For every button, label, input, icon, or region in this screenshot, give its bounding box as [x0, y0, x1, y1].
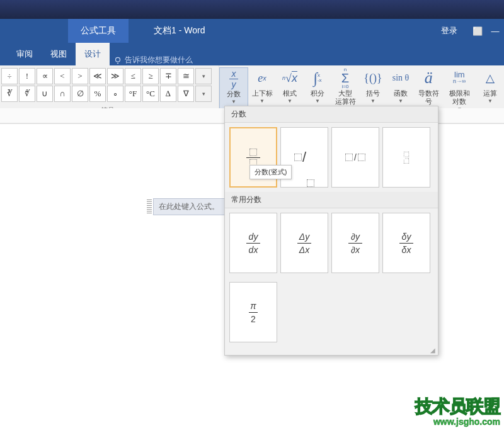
word-title-bar: 公式工具 文档1 - Word 登录 ⬜ — [0, 19, 504, 43]
watermark: 技术员联盟 www.jsgho.com [415, 395, 500, 427]
sym-cong[interactable]: ≅ [178, 68, 194, 84]
ribbon-tabs: 审阅 视图 设计 告诉我你想要做什么 [0, 43, 504, 65]
fraction-small[interactable] [382, 127, 430, 188]
limit-label: 极限和对数 [446, 89, 473, 106]
tab-view[interactable]: 视图 [42, 43, 76, 65]
accent-label: 导数符号 [418, 89, 440, 106]
fraction-tooltip: 分数(竖式) [249, 165, 292, 179]
tab-design[interactable]: 设计 [76, 43, 110, 65]
tell-me-search[interactable]: 告诉我你想要做什么 [113, 55, 193, 65]
watermark-logo: 技术员联盟 [415, 395, 500, 419]
sym-degf[interactable]: °F [125, 86, 141, 102]
sym-4rt[interactable]: ∜ [19, 86, 35, 102]
equation-container[interactable]: 在此处键入公式。 ▼ [147, 198, 234, 215]
integral-label: 积分 [311, 89, 324, 98]
chevron-down-icon: ▼ [260, 98, 265, 104]
script-icon: ex [251, 67, 273, 89]
sym-inter[interactable]: ∩ [54, 86, 71, 102]
fraction-Dy-Dx[interactable]: ΔyΔx [280, 213, 328, 273]
radical-icon: n√x [279, 67, 301, 89]
fraction-dropdown: 分数 / / 常用分数 dydx ΔyΔx ∂y∂x δyδx π2 ◢ [224, 106, 438, 356]
sym-union[interactable]: ∪ [37, 86, 53, 102]
fraction-dy-dx[interactable]: dydx [229, 213, 277, 273]
sym-mgt[interactable]: ≫ [107, 68, 123, 84]
sym-le[interactable]: ≤ [125, 68, 141, 84]
sym-gt[interactable]: > [72, 68, 88, 84]
fraction-section-header: 分数 [225, 106, 438, 123]
sym-nabla[interactable]: ∇ [178, 86, 194, 102]
function-icon: sin θ [390, 67, 411, 89]
chevron-down-icon: ▼ [398, 98, 403, 104]
fraction-linear[interactable]: / [331, 127, 379, 188]
fraction-pi-2[interactable]: π2 [229, 282, 277, 342]
bracket-label: 括号 [366, 89, 380, 98]
fraction-delta[interactable]: δyδx [382, 213, 430, 273]
sym-ge[interactable]: ≥ [142, 68, 159, 84]
sym-delta[interactable]: ∆ [160, 86, 176, 102]
common-fraction-header: 常用分数 [225, 192, 438, 208]
sym-ring[interactable]: ∘ [107, 86, 123, 102]
svg-point-0 [116, 57, 120, 62]
os-titlebar [0, 0, 504, 19]
window-dash-icon[interactable]: — [486, 26, 504, 36]
lightbulb-icon [113, 56, 122, 65]
sym-mlt[interactable]: ≪ [89, 68, 106, 84]
radical-label: 根式 [283, 89, 297, 98]
fraction-icon: xy [223, 68, 244, 89]
sym-div[interactable]: ÷ [1, 68, 18, 84]
sym-lt[interactable]: < [54, 68, 71, 84]
operator-icon: △ [479, 67, 501, 89]
common-fractions-grid: dydx ΔyΔx ∂y∂x δyδx [225, 208, 438, 278]
sym-scroll-up[interactable]: ▾ [195, 68, 212, 84]
resize-grip-icon[interactable]: ◢ [225, 347, 438, 355]
chevron-down-icon: ▼ [315, 98, 320, 104]
chevron-down-icon: ▼ [488, 98, 493, 104]
function-label: 函数 [394, 89, 408, 98]
chevron-down-icon: ▼ [231, 99, 236, 104]
limit-icon: limn→∞ [449, 67, 470, 89]
window-restore-icon[interactable]: ⬜ [469, 26, 486, 36]
fraction-templates-grid: / / [225, 123, 438, 192]
chevron-down-icon: ▼ [370, 98, 375, 104]
symbols-grid: ÷ ! ∝ < > ≪ ≫ ≤ ≥ ∓ ≅ ▾ ∛ ∜ ∪ ∩ ∅ % ∘ °F… [1, 68, 215, 102]
integral-icon: ∫x-x [307, 67, 328, 89]
operator-label: 运算 [483, 89, 497, 98]
tab-review[interactable]: 审阅 [8, 43, 42, 65]
context-tab-equation-tools[interactable]: 公式工具 [68, 19, 129, 43]
equation-input[interactable]: 在此处键入公式。 [153, 198, 225, 215]
sym-empty[interactable]: ∅ [72, 86, 88, 102]
accent-icon: ä [418, 67, 439, 89]
large-operator-label: 大型 运算符 [335, 89, 356, 106]
chevron-down-icon: ▼ [287, 98, 292, 104]
fraction-partial[interactable]: ∂y∂x [331, 213, 379, 273]
sym-pct[interactable]: % [89, 86, 106, 102]
sym-fact[interactable]: ! [19, 68, 35, 84]
tb-app [5, 6, 7, 13]
document-title: 文档1 - Word [154, 25, 205, 37]
sigma-icon: nΣi=0 [335, 67, 356, 89]
script-label: 上下标 [252, 89, 273, 98]
sym-cbrt[interactable]: ∛ [1, 86, 18, 102]
fraction-label: 分数 [227, 90, 241, 98]
sym-mp[interactable]: ∓ [160, 68, 176, 84]
bracket-icon: {()} [362, 67, 384, 89]
common-fractions-row2: π2 [225, 278, 438, 347]
sym-degc[interactable]: °C [142, 86, 159, 102]
login-button[interactable]: 登录 [441, 25, 457, 37]
sym-prop[interactable]: ∝ [37, 68, 53, 84]
equation-handle-icon[interactable] [147, 200, 152, 215]
sym-scroll-down[interactable]: ▾ [195, 86, 212, 102]
tell-me-label: 告诉我你想要做什么 [125, 55, 193, 65]
